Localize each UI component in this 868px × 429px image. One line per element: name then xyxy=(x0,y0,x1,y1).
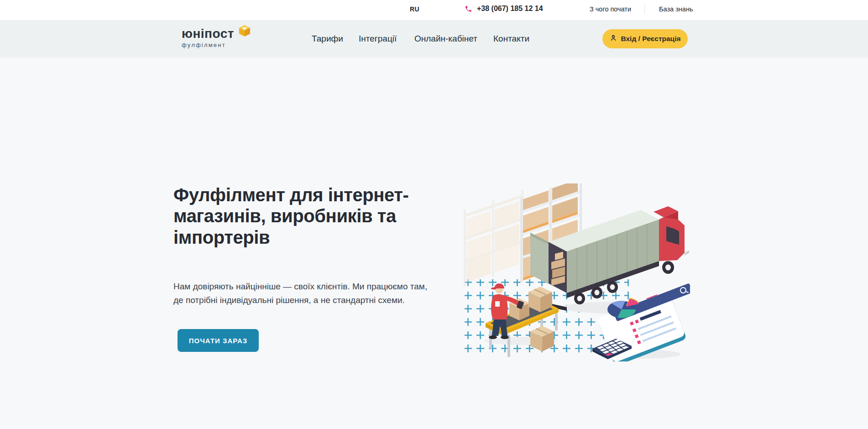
cardboard-box xyxy=(528,287,552,312)
main-header: юніпост фулфілмент Тарифи Інтеграції Онл… xyxy=(0,20,868,58)
user-icon xyxy=(610,34,617,43)
warehouse-racks-faded xyxy=(464,189,524,287)
topbar-divider xyxy=(644,5,645,14)
logo-subtitle: фулфілмент xyxy=(182,42,234,48)
phone-link[interactable]: +38 (067) 185 12 14 xyxy=(465,5,543,13)
language-switcher[interactable]: RU xyxy=(410,5,419,13)
logo-title: юніпост xyxy=(182,27,234,40)
login-register-label: Вхід / Реєстрація xyxy=(621,35,681,43)
nav-item-online-cabinet[interactable]: Онлайн-кабінет xyxy=(414,34,477,44)
hero-description: Нам довіряють найцінніше — своїх клієнті… xyxy=(173,280,429,307)
nav-item-tariffs[interactable]: Тарифи xyxy=(312,34,343,44)
cardboard-box xyxy=(530,326,554,351)
top-bar: RU +38 (067) 185 12 14 З чого почати Баз… xyxy=(0,0,868,20)
phone-icon xyxy=(465,5,472,13)
start-now-button[interactable]: ПОЧАТИ ЗАРАЗ xyxy=(178,329,259,352)
hero-section: Фулфілмент для інтернет-магазинів, вироб… xyxy=(0,58,868,429)
logo[interactable]: юніпост фулфілмент xyxy=(182,27,234,48)
nav-item-contacts[interactable]: Контакти xyxy=(493,34,529,44)
login-register-button[interactable]: Вхід / Реєстрація xyxy=(602,29,688,48)
link-knowledge-base[interactable]: База знань xyxy=(659,5,693,13)
link-getting-started[interactable]: З чого почати xyxy=(590,5,631,13)
phone-number: +38 (067) 185 12 14 xyxy=(477,5,543,13)
hero-illustration xyxy=(462,183,690,361)
logo-cube-icon xyxy=(238,24,251,39)
nav-item-integrations[interactable]: Інтеграції xyxy=(359,34,397,44)
hero-title: Фулфілмент для інтернет-магазинів, вироб… xyxy=(173,184,429,248)
